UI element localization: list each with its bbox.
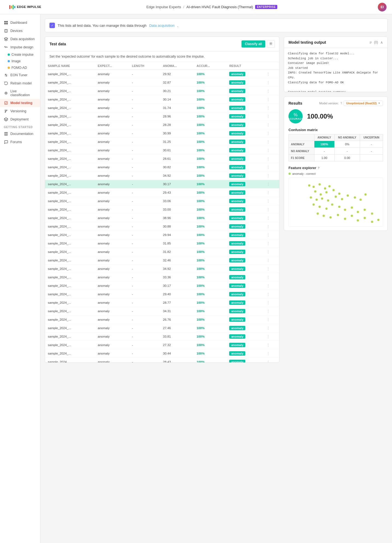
cell-menu[interactable]: ⋮ [264,129,279,138]
table-row[interactable]: sample_2024_... anomaly - 29.92 100% ano… [45,70,279,78]
cell-menu[interactable]: ⋮ [264,214,279,222]
cell-menu[interactable]: ⋮ [264,205,279,214]
table-row[interactable]: sample_2024_... anomaly - 27.46 100% ano… [45,324,279,332]
cell-menu[interactable]: ⋮ [264,112,279,121]
cell-length: - [129,222,160,231]
cell-menu[interactable]: ⋮ [264,315,279,324]
table-row[interactable]: sample_2024_... anomaly - 33.06 100% ano… [45,197,279,205]
cell-menu[interactable]: ⋮ [264,197,279,205]
avatar[interactable]: EI [378,3,387,11]
cell-menu[interactable]: ⋮ [264,256,279,265]
table-row[interactable]: sample_2024_... anomaly - 32.46 100% ano… [45,256,279,265]
sidebar-item-deployment[interactable]: Deployment [0,115,40,123]
sidebar-item-versioning[interactable]: Versioning [0,107,40,115]
cell-menu[interactable]: ⋮ [264,121,279,129]
cell-expected: anomaly [95,299,129,307]
cell-menu[interactable]: ⋮ [264,324,279,332]
table-row[interactable]: sample_2024_... anomaly - 33.81 100% ano… [45,332,279,341]
settings-button[interactable] [267,40,275,48]
cell-menu[interactable]: ⋮ [264,95,279,104]
data-acquisition-link[interactable]: Data acquisition [149,23,175,28]
sidebar-item-eon-tuner[interactable]: EON Tuner [0,71,40,79]
cell-menu[interactable]: ⋮ [264,188,279,197]
sidebar-item-model-testing[interactable]: Model testing [0,99,40,107]
cell-menu[interactable]: ⋮ [264,87,279,95]
cell-menu[interactable]: ⋮ [264,299,279,307]
table-row[interactable]: sample_2024_... anomaly - 30.88 100% ano… [45,222,279,231]
table-row[interactable]: sample_2024_... anomaly - 38.96 100% ano… [45,214,279,222]
cell-menu[interactable]: ⋮ [264,358,279,363]
table-row[interactable]: sample_2024_... anomaly - 28.77 100% ano… [45,299,279,307]
cell-expected: anomaly [95,231,129,239]
sidebar-item-create-impulse[interactable]: Create impulse [0,51,40,58]
sidebar-item-impulse-design[interactable]: Impulse design [0,43,40,51]
cell-menu[interactable]: ⋮ [264,290,279,299]
table-row[interactable]: sample_2024_... anomaly - 30.44 100% ano… [45,349,279,358]
collapse-button[interactable]: ∧ [380,40,383,45]
table-row[interactable]: sample_2024_... anomaly - 28.43 100% ano… [45,358,279,363]
cell-menu[interactable]: ⋮ [264,163,279,172]
table-row[interactable]: sample_2024_... anomaly - 34.92 100% ano… [45,172,279,180]
table-row[interactable]: sample_2024_... anomaly - 33.36 100% ano… [45,273,279,282]
sidebar-item-image[interactable]: Image [0,58,40,64]
table-row[interactable]: sample_2024_... anomaly - 31.74 100% ano… [45,104,279,112]
sidebar-item-devices[interactable]: Devices [0,27,40,35]
sidebar-item-retrain-model[interactable]: Retrain model [0,79,40,87]
sidebar-item-data-acquisition[interactable]: Data acquisition [0,35,40,43]
table-row[interactable]: sample_2024_... anomaly - 30.17 100% ano… [45,282,279,290]
test-data-table-wrapper[interactable]: SAMPLE NAME EXPECT... LENGTH ANOMA... AC… [45,62,279,362]
cell-menu[interactable]: ⋮ [264,248,279,256]
cell-menu[interactable]: ⋮ [264,180,279,188]
model-version-select[interactable]: Unoptimized (float32) [344,101,383,106]
check-square-icon [4,101,8,105]
cell-menu[interactable]: ⋮ [264,273,279,282]
table-row[interactable]: sample_2024_... anomaly - 27.32 100% ano… [45,341,279,349]
table-row[interactable]: sample_2024_... anomaly - 34.31 100% ano… [45,307,279,315]
cell-menu[interactable]: ⋮ [264,104,279,112]
table-row[interactable]: sample_2024_... anomaly - 31.85 100% ano… [45,239,279,248]
table-row[interactable]: sample_2024_... anomaly - 28.61 100% ano… [45,155,279,163]
svg-point-15 [6,110,7,111]
table-row[interactable]: sample_2024_... anomaly - 30.82 100% ano… [45,163,279,172]
sidebar-item-documentation[interactable]: Documentation [0,130,40,138]
sidebar-item-forums[interactable]: Forums [0,138,40,146]
classify-all-button[interactable]: Classify all [241,40,265,48]
cell-menu[interactable]: ⋮ [264,307,279,315]
table-row[interactable]: sample_2024_... anomaly - 29.40 100% ano… [45,290,279,299]
cell-menu[interactable]: ⋮ [264,332,279,341]
cell-anomaly: 30.44 [160,349,194,358]
table-row[interactable]: sample_2024_... anomaly - 29.94 100% ano… [45,231,279,239]
sidebar-item-live-classification[interactable]: Live classification [0,87,40,99]
cell-menu[interactable]: ⋮ [264,265,279,273]
cell-menu[interactable]: ⋮ [264,341,279,349]
cell-menu[interactable]: ⋮ [264,349,279,358]
cell-menu[interactable]: ⋮ [264,138,279,146]
cell-menu[interactable]: ⋮ [264,239,279,248]
table-row[interactable]: sample_2024_... anomaly - 29.43 100% ano… [45,188,279,197]
cell-menu[interactable]: ⋮ [264,70,279,78]
table-row[interactable]: sample_2024_... anomaly - 30.61 100% ano… [45,146,279,155]
table-row[interactable]: sample_2024_... anomaly - 33.00 100% ano… [45,205,279,214]
cell-menu[interactable]: ⋮ [264,231,279,239]
cell-anomaly: 31.74 [160,104,194,112]
cell-menu[interactable]: ⋮ [264,146,279,155]
table-row[interactable]: sample_2024_... anomaly - 30.14 100% ano… [45,95,279,104]
table-row[interactable]: sample_2024_... anomaly - 30.21 100% ano… [45,87,279,95]
sidebar-item-fomo-ad[interactable]: FOMO-AD [0,64,40,71]
cell-menu[interactable]: ⋮ [264,222,279,231]
cell-length: - [129,121,160,129]
table-row[interactable]: sample_2024_... anomaly - 26.76 100% ano… [45,315,279,324]
table-row[interactable]: sample_2024_... anomaly - 30.17 100% ano… [45,180,279,188]
table-row[interactable]: sample_2024_... anomaly - 34.92 100% ano… [45,265,279,273]
cell-menu[interactable]: ⋮ [264,172,279,180]
table-row[interactable]: sample_2024_... anomaly - 31.25 100% ano… [45,138,279,146]
table-row[interactable]: sample_2024_... anomaly - 31.82 100% ano… [45,248,279,256]
cell-menu[interactable]: ⋮ [264,155,279,163]
table-row[interactable]: sample_2024_... anomaly - 32.87 100% ano… [45,78,279,87]
cell-menu[interactable]: ⋮ [264,78,279,87]
table-row[interactable]: sample_2024_... anomaly - 28.96 100% ano… [45,112,279,121]
table-row[interactable]: sample_2024_... anomaly - 28.28 100% ano… [45,121,279,129]
sidebar-item-dashboard[interactable]: Dashboard [0,19,40,27]
cell-menu[interactable]: ⋮ [264,282,279,290]
table-row[interactable]: sample_2024_... anomaly - 30.99 100% ano… [45,129,279,138]
